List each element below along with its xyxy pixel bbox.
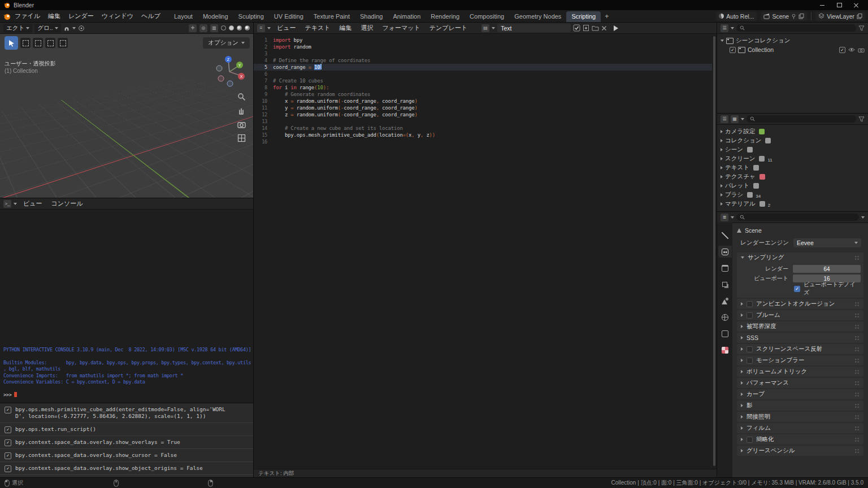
new-text-icon[interactable] — [583, 24, 589, 32]
workspace-tab-compositing[interactable]: Compositing — [465, 11, 509, 22]
panel-header[interactable]: 間接照明 — [737, 412, 863, 422]
exclude-checkbox[interactable] — [839, 47, 845, 53]
menu--[interactable]: レンダー — [64, 11, 98, 21]
datablock-category-row[interactable]: コレクション — [717, 136, 868, 145]
text-editor-icon[interactable]: ≡ — [257, 24, 265, 32]
info-log-row[interactable]: bpy.context.space_data.overlay.show_curs… — [0, 449, 253, 462]
workspace-tab-uv-editing[interactable]: UV Editing — [269, 11, 309, 22]
transform-orientation-dropdown[interactable]: グロ.. — [34, 24, 60, 33]
viewport-3d[interactable]: エクト グロ.. ✛ ◎ ▥ — [0, 23, 253, 198]
text-menu--[interactable]: フォーマット — [379, 23, 424, 33]
code-line[interactable]: 9 # Generate random coordinates — [254, 91, 712, 98]
console-body[interactable]: PYTHON INTERACTIVE CONSOLE 3.10.9 (main,… — [0, 210, 253, 403]
collection-row[interactable]: Collection — [717, 45, 868, 54]
panel-checkbox[interactable] — [747, 312, 753, 319]
scene-collection-row[interactable]: シーンコレクション — [717, 36, 868, 45]
blender-menu-icon[interactable] — [3, 12, 11, 20]
panel-checkbox[interactable] — [747, 437, 753, 443]
log-checkbox-icon[interactable] — [5, 439, 11, 446]
expand-icon[interactable] — [721, 166, 723, 169]
panel-header[interactable]: グリースペンシル — [737, 446, 863, 456]
select-mode-intersect-icon[interactable] — [58, 38, 68, 48]
datablock-category-row[interactable]: パレット — [717, 181, 868, 190]
log-checkbox-icon[interactable] — [5, 426, 11, 433]
panel-drag-handle[interactable] — [854, 347, 860, 352]
expand-icon[interactable] — [721, 40, 724, 42]
hide-eye-icon[interactable] — [848, 47, 855, 52]
collection-checkbox[interactable] — [730, 47, 736, 53]
panel-header[interactable]: 被写界深度 — [737, 321, 863, 332]
properties-tab-texture[interactable] — [718, 344, 732, 356]
panel-drag-handle[interactable] — [854, 415, 860, 420]
log-checkbox-icon[interactable] — [5, 452, 11, 459]
properties-tab-world[interactable] — [718, 311, 732, 323]
properties-tab-scene[interactable] — [718, 295, 732, 307]
display-mode-dropdown-icon[interactable] — [741, 118, 744, 120]
expand-icon[interactable] — [721, 184, 723, 188]
text-menu--[interactable]: 編集 — [336, 23, 356, 33]
panel-drag-handle[interactable] — [854, 336, 860, 341]
info-log-row[interactable]: bpy.ops.text.run_script() — [0, 423, 253, 436]
workspace-tab-animation[interactable]: Animation — [388, 11, 426, 22]
outliner-search-input[interactable] — [736, 24, 856, 32]
text-editor[interactable]: ≡ ビューテキスト編集選択フォーマットテンプレート ▤ Text — [254, 23, 717, 477]
viewport-denoise-checkbox[interactable] — [794, 286, 800, 292]
x-axis-handle[interactable]: X — [240, 75, 243, 79]
number-field[interactable]: 64 — [793, 265, 861, 273]
menu--[interactable]: ウィンドウ — [98, 11, 137, 21]
panel-drag-handle[interactable] — [854, 381, 860, 386]
code-line[interactable]: 10 x = random.uniform(-coord_range, coor… — [254, 98, 712, 104]
outliner-scenes[interactable]: ☰ シーンコレクション Collection — [717, 23, 868, 113]
add-workspace-button[interactable]: + — [601, 11, 613, 21]
console-menu--[interactable]: コンソール — [47, 198, 87, 209]
panel-checkbox[interactable] — [747, 301, 753, 307]
shading-rendered-icon[interactable] — [245, 25, 250, 30]
code-line[interactable]: 1import bpy — [254, 37, 712, 43]
show-gizmo-icon[interactable]: ✛ — [189, 24, 197, 32]
expand-icon[interactable] — [721, 157, 723, 160]
text-name-field[interactable]: Text — [497, 24, 571, 32]
expand-icon[interactable] — [721, 175, 723, 178]
datablock-category-row[interactable]: カメラ設定 — [717, 127, 868, 136]
pan-hand-icon[interactable] — [237, 107, 246, 115]
code-line[interactable]: 7# Create 10 cubes — [254, 77, 712, 84]
outliner-blend-file[interactable]: ☰ ▦ カメラ設定 — [717, 114, 868, 211]
expand-icon[interactable] — [721, 202, 723, 206]
info-log-row[interactable]: bpy.ops.mesh.primitive_cube_add(enter_ed… — [0, 403, 253, 423]
mode-dropdown[interactable]: エクト — [3, 24, 32, 33]
sampling-panel-header[interactable]: サンプリング — [737, 252, 863, 263]
properties-tab-tool[interactable] — [718, 229, 732, 241]
show-overlays-icon[interactable]: ◎ — [199, 24, 207, 32]
workspace-tab-sculpting[interactable]: Sculpting — [233, 11, 269, 22]
panel-drag-handle[interactable] — [854, 302, 860, 307]
log-checkbox-icon[interactable] — [5, 407, 11, 413]
display-mode-dropdown-icon[interactable] — [731, 27, 734, 29]
log-checkbox-icon[interactable] — [5, 465, 11, 472]
info-editor[interactable]: bpy.ops.mesh.primitive_cube_add(enter_ed… — [0, 403, 253, 477]
browse-text-dropdown-icon[interactable] — [492, 27, 495, 29]
maximize-button[interactable] — [831, 0, 848, 10]
datablock-category-row[interactable]: ブラシ 34 — [717, 190, 868, 199]
xray-toggle-icon[interactable]: ▥ — [210, 24, 218, 32]
snap-magnet-icon[interactable] — [63, 25, 70, 32]
datablock-category-row[interactable]: テキスト — [717, 163, 868, 172]
shading-material-icon[interactable] — [237, 25, 242, 30]
navigation-gizmo[interactable]: Z Y X — [212, 53, 248, 88]
code-line[interactable]: 15 bpy.ops.mesh.primitive_cube_add(locat… — [254, 132, 712, 138]
properties-options-icon[interactable] — [861, 216, 865, 219]
panel-drag-handle[interactable] — [854, 324, 860, 329]
disable-render-camera-icon[interactable] — [858, 47, 865, 53]
panel-drag-handle[interactable] — [854, 437, 860, 442]
filter-icon[interactable] — [858, 25, 865, 31]
code-line[interactable]: 4# Define the range of coordinates — [254, 57, 712, 64]
filter-icon[interactable] — [858, 116, 865, 122]
panel-header[interactable]: ボリュームメトリック — [737, 367, 863, 377]
menu--[interactable]: 編集 — [44, 11, 64, 21]
datablock-category-row[interactable]: シーン — [717, 145, 868, 154]
properties-tab-view-layer[interactable] — [718, 278, 732, 290]
menu--[interactable]: ファイル — [11, 11, 44, 21]
panel-drag-handle[interactable] — [854, 392, 860, 397]
blend-file-search-input[interactable] — [747, 115, 856, 123]
workspace-tab-shading[interactable]: Shading — [355, 11, 388, 22]
datablock-category-row[interactable]: テクスチャ — [717, 172, 868, 181]
